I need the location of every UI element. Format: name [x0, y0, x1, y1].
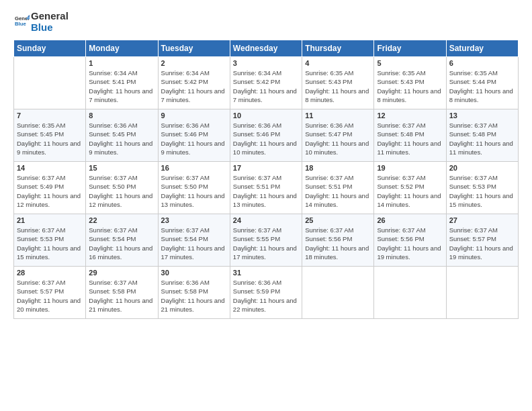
day-number: 20 [449, 164, 515, 172]
sunrise-text: Sunrise: 6:35 AM [17, 122, 65, 129]
logo-icon: General Blue [15, 13, 30, 28]
calendar-table: SundayMondayTuesdayWednesdayThursdayFrid… [13, 40, 519, 319]
daylight-text: Daylight: 11 hours and 17 minutes. [233, 244, 297, 261]
day-number: 17 [233, 164, 299, 172]
sunrise-text: Sunrise: 6:34 AM [89, 69, 137, 77]
cell-text: Sunrise: 6:37 AM Sunset: 5:54 PM Dayligh… [161, 226, 227, 261]
daylight-text: Daylight: 11 hours and 9 minutes. [89, 140, 152, 156]
daylight-text: Daylight: 11 hours and 16 minutes. [89, 244, 152, 261]
daylight-text: Daylight: 11 hours and 21 minutes. [161, 297, 225, 313]
sunset-text: Sunset: 5:53 PM [17, 235, 64, 242]
cell-text: Sunrise: 6:37 AM Sunset: 5:57 PM Dayligh… [17, 278, 83, 314]
sunset-text: Sunset: 5:59 PM [233, 287, 280, 295]
day-number: 27 [449, 216, 515, 224]
calendar-cell [14, 57, 86, 109]
sunset-text: Sunset: 5:53 PM [449, 183, 496, 190]
cell-text: Sunrise: 6:35 AM Sunset: 5:43 PM Dayligh… [377, 68, 443, 104]
day-number: 30 [161, 269, 227, 277]
day-number: 19 [377, 164, 443, 172]
calendar-cell: 11 Sunrise: 6:36 AM Sunset: 5:47 PM Dayl… [302, 109, 374, 162]
day-number: 13 [449, 111, 515, 120]
cell-text: Sunrise: 6:37 AM Sunset: 5:53 PM Dayligh… [449, 173, 515, 209]
day-number: 28 [17, 269, 83, 277]
daylight-text: Daylight: 11 hours and 10 minutes. [305, 140, 369, 156]
cell-text: Sunrise: 6:35 AM Sunset: 5:43 PM Dayligh… [305, 68, 371, 104]
sunset-text: Sunset: 5:47 PM [305, 130, 352, 138]
daylight-text: Daylight: 11 hours and 22 minutes. [233, 297, 297, 313]
cell-text: Sunrise: 6:37 AM Sunset: 5:50 PM Dayligh… [89, 173, 154, 209]
col-header-monday: Monday [86, 40, 158, 57]
calendar-cell: 16 Sunrise: 6:37 AM Sunset: 5:50 PM Dayl… [158, 162, 230, 214]
cell-text: Sunrise: 6:37 AM Sunset: 5:51 PM Dayligh… [305, 173, 371, 209]
sunset-text: Sunset: 5:49 PM [17, 183, 64, 190]
calendar-cell: 2 Sunrise: 6:34 AM Sunset: 5:42 PM Dayli… [158, 57, 230, 109]
sunrise-text: Sunrise: 6:37 AM [17, 174, 65, 181]
sunset-text: Sunset: 5:55 PM [233, 235, 280, 242]
calendar-cell: 25 Sunrise: 6:37 AM Sunset: 5:56 PM Dayl… [302, 214, 374, 267]
cell-text: Sunrise: 6:37 AM Sunset: 5:58 PM Dayligh… [89, 278, 154, 314]
sunset-text: Sunset: 5:50 PM [161, 183, 208, 190]
sunrise-text: Sunrise: 6:35 AM [305, 69, 353, 77]
calendar-cell: 23 Sunrise: 6:37 AM Sunset: 5:54 PM Dayl… [158, 214, 230, 267]
calendar-cell: 29 Sunrise: 6:37 AM Sunset: 5:58 PM Dayl… [86, 267, 158, 319]
day-number: 2 [161, 59, 227, 67]
calendar-cell: 12 Sunrise: 6:37 AM Sunset: 5:48 PM Dayl… [374, 109, 446, 162]
sunrise-text: Sunrise: 6:35 AM [449, 69, 498, 77]
sunrise-text: Sunrise: 6:37 AM [449, 122, 498, 129]
daylight-text: Daylight: 11 hours and 15 minutes. [17, 244, 81, 261]
daylight-text: Daylight: 11 hours and 11 minutes. [449, 140, 513, 156]
day-number: 24 [233, 216, 299, 224]
day-number: 15 [89, 164, 154, 172]
calendar-cell: 26 Sunrise: 6:37 AM Sunset: 5:56 PM Dayl… [374, 214, 446, 267]
day-number: 29 [89, 269, 154, 277]
daylight-text: Daylight: 11 hours and 8 minutes. [449, 87, 513, 103]
calendar-cell: 19 Sunrise: 6:37 AM Sunset: 5:52 PM Dayl… [374, 162, 446, 214]
day-number: 7 [17, 111, 83, 120]
sunrise-text: Sunrise: 6:35 AM [377, 69, 425, 77]
day-number: 6 [449, 59, 515, 67]
daylight-text: Daylight: 11 hours and 10 minutes. [233, 140, 297, 156]
calendar-cell: 6 Sunrise: 6:35 AM Sunset: 5:44 PM Dayli… [446, 57, 518, 109]
cell-text: Sunrise: 6:37 AM Sunset: 5:48 PM Dayligh… [377, 121, 443, 156]
sunrise-text: Sunrise: 6:37 AM [17, 279, 65, 286]
day-number: 5 [377, 59, 443, 67]
day-number: 11 [305, 111, 371, 120]
page: General Blue General Blue SundayMondayTu… [0, 0, 532, 411]
sunrise-text: Sunrise: 6:37 AM [449, 226, 498, 234]
calendar-cell: 22 Sunrise: 6:37 AM Sunset: 5:54 PM Dayl… [86, 214, 158, 267]
sunrise-text: Sunrise: 6:37 AM [17, 226, 65, 234]
sunset-text: Sunset: 5:45 PM [89, 130, 136, 138]
sunset-text: Sunset: 5:57 PM [449, 235, 496, 242]
daylight-text: Daylight: 11 hours and 7 minutes. [161, 87, 225, 103]
logo: General Blue General Blue [13, 11, 69, 33]
sunset-text: Sunset: 5:42 PM [233, 78, 280, 85]
daylight-text: Daylight: 11 hours and 19 minutes. [377, 244, 441, 261]
day-number: 31 [233, 269, 299, 277]
day-number: 22 [89, 216, 154, 224]
cell-text: Sunrise: 6:34 AM Sunset: 5:42 PM Dayligh… [233, 68, 299, 104]
cell-text: Sunrise: 6:34 AM Sunset: 5:41 PM Dayligh… [89, 68, 154, 104]
sunrise-text: Sunrise: 6:37 AM [233, 174, 281, 181]
sunset-text: Sunset: 5:48 PM [449, 130, 496, 138]
daylight-text: Daylight: 11 hours and 12 minutes. [17, 192, 81, 208]
cell-text: Sunrise: 6:37 AM Sunset: 5:56 PM Dayligh… [377, 226, 443, 261]
daylight-text: Daylight: 11 hours and 9 minutes. [161, 140, 225, 156]
sunset-text: Sunset: 5:58 PM [161, 287, 208, 295]
calendar-cell: 30 Sunrise: 6:36 AM Sunset: 5:58 PM Dayl… [158, 267, 230, 319]
daylight-text: Daylight: 11 hours and 18 minutes. [305, 244, 369, 261]
daylight-text: Daylight: 11 hours and 21 minutes. [89, 297, 152, 313]
sunset-text: Sunset: 5:44 PM [449, 78, 496, 85]
sunset-text: Sunset: 5:46 PM [161, 130, 208, 138]
day-number: 3 [233, 59, 299, 67]
sunrise-text: Sunrise: 6:37 AM [377, 226, 425, 234]
cell-text: Sunrise: 6:37 AM Sunset: 5:53 PM Dayligh… [17, 226, 83, 261]
daylight-text: Daylight: 11 hours and 14 minutes. [305, 192, 369, 208]
day-number: 4 [305, 59, 371, 67]
cell-text: Sunrise: 6:37 AM Sunset: 5:50 PM Dayligh… [161, 173, 227, 209]
calendar-cell: 28 Sunrise: 6:37 AM Sunset: 5:57 PM Dayl… [14, 267, 86, 319]
cell-text: Sunrise: 6:37 AM Sunset: 5:54 PM Dayligh… [89, 226, 154, 261]
svg-text:Blue: Blue [15, 20, 26, 26]
daylight-text: Daylight: 11 hours and 9 minutes. [17, 140, 81, 156]
daylight-text: Daylight: 11 hours and 19 minutes. [449, 244, 513, 261]
calendar-cell: 15 Sunrise: 6:37 AM Sunset: 5:50 PM Dayl… [86, 162, 158, 214]
